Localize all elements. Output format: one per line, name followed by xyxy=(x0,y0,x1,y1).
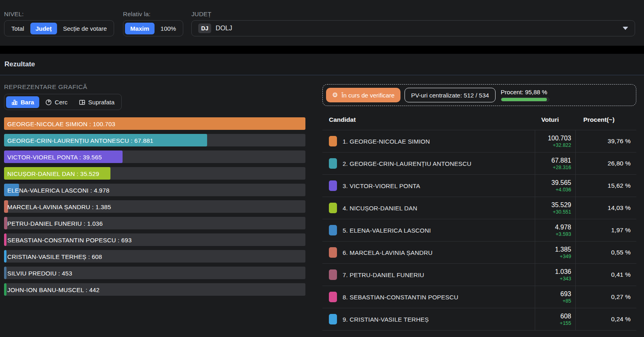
results-title: Rezultate xyxy=(4,60,35,68)
bar-row: PETRU-DANIEL FUNERIU : 1.036 xyxy=(4,217,305,229)
bar-label: JOHN-ION BANU-MUSCEL : 442 xyxy=(7,286,100,293)
table-row: 6. MARCELA-LAVINIA ȘANDRU1.385+3490,55 % xyxy=(322,241,636,263)
candidate-color-swatch xyxy=(329,292,337,302)
candidate-color-swatch xyxy=(329,180,337,191)
pv-centralizate-pill: PV-uri centralizate: 512 / 534 xyxy=(405,88,496,102)
votes-cell: 39.565+4.036 xyxy=(535,175,575,197)
percent-cell: 0,27 % xyxy=(575,286,636,308)
votes-cell: 35.529+30.551 xyxy=(535,197,575,219)
status-badge: ⚙ În curs de verificare xyxy=(326,88,400,102)
votes-delta: +3.593 xyxy=(555,231,571,237)
bar-fill xyxy=(4,283,6,296)
votes-value: 693 xyxy=(560,290,571,298)
chart-type-tabs: Bara Cerc Suprafata xyxy=(4,94,122,110)
candidate-cell: 5. ELENA-VALERICA LASCONI xyxy=(322,219,535,241)
results-table: Candidat Voturi Procent(~) 1. GEORGE-NIC… xyxy=(322,110,636,331)
bar-label: NICUȘOR-DANIEL DAN : 35.529 xyxy=(7,170,99,177)
table-row: 1. GEORGE-NICOLAE SIMION100.703+32.82239… xyxy=(322,130,636,152)
judet-group: JUDEȚ DJ DOLJ xyxy=(191,11,635,36)
relativ-group: Relativ la: Maxim 100% xyxy=(123,11,183,36)
percent-cell: 14,03 % xyxy=(575,197,636,219)
percent-cell: 0,24 % xyxy=(575,308,636,330)
candidate-cell: 4. NICUȘOR-DANIEL DAN xyxy=(322,197,535,219)
nivel-option-sectie-de-votare[interactable]: Secție de votare xyxy=(58,23,112,34)
bar-fill xyxy=(4,217,7,229)
results-panel: ⚙ În curs de verificare PV-uri centraliz… xyxy=(322,75,636,331)
votes-delta: +343 xyxy=(560,276,571,282)
bar-label: SILVIU PREDOIU : 453 xyxy=(7,269,72,276)
bar-chart-icon xyxy=(11,99,18,106)
votes-delta: +155 xyxy=(560,320,571,326)
tab-suprafata[interactable]: Suprafata xyxy=(74,96,120,108)
bar-row: NICUȘOR-DANIEL DAN : 35.529 xyxy=(4,167,305,180)
judet-select[interactable]: DJ DOLJ xyxy=(191,20,635,36)
chevron-down-icon xyxy=(623,27,628,30)
table-row: 2. GEORGE-CRIN-LAURENȚIU ANTONESCU67.881… xyxy=(322,152,636,174)
nivel-option-judet[interactable]: Județ xyxy=(30,23,57,34)
votes-cell: 100.703+32.822 xyxy=(535,130,575,152)
table-row: 9. CRISTIAN-VASILE TERHEȘ608+1550,24 % xyxy=(322,308,636,330)
votes-cell: 693+85 xyxy=(535,286,575,308)
bar-label: MARCELA-LAVINIA ȘANDRU : 1.385 xyxy=(7,203,111,210)
filters-bar: NIVEL: Total Județ Secție de votare Rela… xyxy=(0,0,644,46)
bar-label: GEORGE-CRIN-LAURENȚIU ANTONESCU : 67.881 xyxy=(7,137,153,144)
tab-bara[interactable]: Bara xyxy=(6,96,39,108)
candidate-color-swatch xyxy=(329,225,337,235)
percent-cell: 1,97 % xyxy=(575,219,636,241)
percent-cell: 15,62 % xyxy=(575,175,636,197)
candidate-cell: 9. CRISTIAN-VASILE TERHEȘ xyxy=(322,308,535,330)
nivel-option-total[interactable]: Total xyxy=(6,23,30,34)
table-row: 3. VICTOR-VIOREL PONTA39.565+4.03615,62 … xyxy=(322,174,636,197)
progress-bar-fill xyxy=(501,98,547,101)
candidate-cell: 7. PETRU-DANIEL FUNERIU xyxy=(322,264,535,286)
candidate-name: 3. VICTOR-VIOREL PONTA xyxy=(343,182,420,189)
candidate-cell: 3. VICTOR-VIOREL PONTA xyxy=(322,175,535,197)
pie-chart-icon xyxy=(45,99,52,106)
candidate-name: 4. NICUȘOR-DANIEL DAN xyxy=(343,205,417,212)
bar-label: CRISTIAN-VASILE TERHEȘ : 608 xyxy=(7,253,102,260)
bar-row: VICTOR-VIOREL PONTA : 39.565 xyxy=(4,150,305,163)
treemap-icon xyxy=(79,99,85,106)
judet-label: JUDEȚ xyxy=(191,11,635,17)
votes-delta: +28.316 xyxy=(553,165,571,170)
votes-cell: 4.978+3.593 xyxy=(535,219,575,241)
bar-label: SEBASTIAN-CONSTANTIN POPESCU : 693 xyxy=(7,236,131,243)
percent-cell: 26,80 % xyxy=(575,153,636,174)
candidate-color-swatch xyxy=(329,314,337,324)
judet-value: DOLJ xyxy=(216,25,232,32)
votes-value: 35.529 xyxy=(551,201,571,209)
candidate-color-swatch xyxy=(329,247,337,258)
votes-delta: +85 xyxy=(563,298,571,304)
judet-code-badge: DJ xyxy=(198,23,211,33)
votes-delta: +4.036 xyxy=(555,187,571,193)
table-row: 4. NICUȘOR-DANIEL DAN35.529+30.55114,03 … xyxy=(322,197,636,219)
votes-value: 1.385 xyxy=(555,246,571,253)
votes-value: 100.703 xyxy=(548,135,571,142)
candidate-name: 1. GEORGE-NICOLAE SIMION xyxy=(343,138,430,145)
section-divider xyxy=(0,46,644,54)
table-row: 7. PETRU-DANIEL FUNERIU1.036+3430,41 % xyxy=(322,263,636,286)
bar-fill xyxy=(4,267,6,279)
bar-row: ELENA-VALERICA LASCONI : 4.978 xyxy=(4,184,305,196)
bar-row: GEORGE-NICOLAE SIMION : 100.703 xyxy=(4,117,305,130)
results-table-body: 1. GEORGE-NICOLAE SIMION100.703+32.82239… xyxy=(322,130,636,331)
votes-delta: +32.822 xyxy=(553,142,571,148)
nivel-options: Total Județ Secție de votare xyxy=(4,20,114,36)
votes-value: 608 xyxy=(560,313,571,320)
relativ-option-100[interactable]: 100% xyxy=(155,23,181,34)
relativ-option-maxim[interactable]: Maxim xyxy=(125,23,155,34)
status-box: ⚙ În curs de verificare PV-uri centraliz… xyxy=(322,84,636,106)
bar-row: GEORGE-CRIN-LAURENȚIU ANTONESCU : 67.881 xyxy=(4,134,305,146)
bar-label: GEORGE-NICOLAE SIMION : 100.703 xyxy=(7,120,115,127)
col-header-voturi: Voturi xyxy=(535,116,575,123)
nivel-group: NIVEL: Total Județ Secție de votare xyxy=(4,11,114,36)
percent-cell: 39,76 % xyxy=(575,130,636,152)
candidate-cell: 1. GEORGE-NICOLAE SIMION xyxy=(322,130,535,152)
bar-row: JOHN-ION BANU-MUSCEL : 442 xyxy=(4,283,305,296)
bar-row: SEBASTIAN-CONSTANTIN POPESCU : 693 xyxy=(4,233,305,246)
votes-value: 1.036 xyxy=(555,268,571,276)
bar-label: VICTOR-VIOREL PONTA : 39.565 xyxy=(7,153,102,160)
votes-cell: 1.385+349 xyxy=(535,242,575,263)
bar-fill xyxy=(4,233,6,246)
tab-cerc[interactable]: Cerc xyxy=(40,96,73,108)
